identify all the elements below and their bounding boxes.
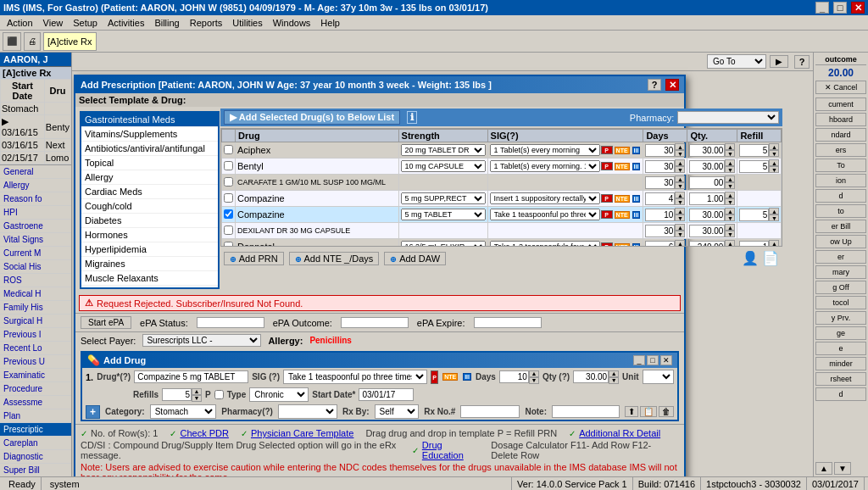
qty-down-1[interactable]: ▼ bbox=[725, 150, 735, 157]
refill-up-2[interactable]: ▲ bbox=[769, 159, 779, 166]
nte-icon-1[interactable]: NTE bbox=[615, 147, 630, 154]
nav-recent[interactable]: Recent Lo bbox=[0, 342, 71, 355]
refill-up-7[interactable]: ▲ bbox=[769, 240, 779, 247]
flag-red-7[interactable]: P bbox=[601, 242, 613, 247]
info-btn[interactable]: ℹ bbox=[407, 111, 417, 124]
drug-field-input[interactable] bbox=[134, 370, 248, 383]
menu-windows[interactable]: Windows bbox=[268, 15, 316, 30]
qty-field-up[interactable]: ▲ bbox=[609, 370, 619, 377]
nav-hpi[interactable]: HPI bbox=[0, 206, 71, 220]
days-input-1[interactable] bbox=[645, 144, 675, 157]
pharmacy-select[interactable] bbox=[677, 111, 779, 124]
days-input-5[interactable] bbox=[645, 209, 675, 221]
qty-field-input[interactable] bbox=[573, 370, 609, 383]
right-nav-to[interactable]: To bbox=[815, 159, 866, 172]
nav-procedure[interactable]: Procedure bbox=[0, 382, 71, 396]
right-nav-ion[interactable]: ion bbox=[815, 174, 866, 187]
nte-icon-7[interactable]: NTE bbox=[615, 243, 630, 248]
template-item-no-routine[interactable]: No Routine medications bbox=[81, 286, 218, 289]
template-item-hyperlipidemia[interactable]: Hyperlipidemia bbox=[81, 242, 218, 257]
days-down-2[interactable]: ▼ bbox=[675, 166, 685, 173]
sig-select-7[interactable]: Take 1-2 teaspoonfuls four times e bbox=[490, 241, 600, 247]
menu-billing[interactable]: Billing bbox=[149, 15, 184, 30]
drug-checkbox-4[interactable] bbox=[224, 193, 233, 203]
sig-flag-p[interactable]: P bbox=[431, 370, 438, 384]
rx-no-field-input[interactable] bbox=[460, 405, 520, 418]
add-prn-btn[interactable]: ⊕ Add PRN bbox=[224, 252, 284, 265]
template-item-muscle[interactable]: Muscle Relaxants bbox=[81, 271, 218, 286]
flag-red-2[interactable]: P bbox=[601, 162, 613, 170]
nav-surgical[interactable]: Surgical H bbox=[0, 315, 71, 328]
right-nav-to2[interactable]: to bbox=[815, 204, 866, 218]
template-item-cardiac[interactable]: Cardiac Meds bbox=[81, 185, 218, 199]
drug-checkbox-6[interactable] bbox=[224, 226, 233, 235]
nav-previous-i[interactable]: Previous I bbox=[0, 328, 71, 342]
person-icon[interactable]: 👤 bbox=[742, 250, 759, 266]
active-rx-btn[interactable]: [A]ctive Rx bbox=[43, 32, 97, 51]
right-nav-cument[interactable]: cument bbox=[815, 97, 866, 111]
document-icon[interactable]: 📄 bbox=[762, 250, 779, 266]
template-item-migraines[interactable]: Migraines bbox=[81, 257, 218, 271]
template-item-cough[interactable]: Cough/cold bbox=[81, 199, 218, 214]
dialog-close-btn[interactable]: ✕ bbox=[665, 79, 679, 91]
nav-family[interactable]: Family His bbox=[0, 301, 71, 315]
qty-input-4[interactable] bbox=[689, 192, 725, 205]
template-item-antibiotics[interactable]: Antibiotics/antiviral/antifungal bbox=[81, 142, 218, 156]
template-item-hormones[interactable]: Hormones bbox=[81, 228, 218, 242]
template-item-gastro[interactable]: Gastrointestinal Meds bbox=[81, 113, 218, 127]
nte-icon-4[interactable]: NTE bbox=[615, 195, 630, 203]
template-item-vitamins[interactable]: Vitamins/Supplements bbox=[81, 127, 218, 142]
menu-utilities[interactable]: Utilities bbox=[227, 15, 267, 30]
strength-select-5[interactable]: 5 mg TABLET bbox=[401, 209, 486, 220]
flag-red-1[interactable]: P bbox=[601, 146, 613, 154]
nav-gastro[interactable]: Gastroene bbox=[0, 220, 71, 233]
days-field-up[interactable]: ▲ bbox=[529, 370, 539, 377]
nav-ros[interactable]: ROS bbox=[0, 274, 71, 287]
days-down-3[interactable]: ▼ bbox=[675, 182, 685, 189]
go-to-btn[interactable]: ▶ bbox=[770, 55, 788, 68]
refills-field-up[interactable]: ▲ bbox=[192, 388, 202, 395]
days-input-7[interactable] bbox=[645, 241, 675, 248]
qty-up-6[interactable]: ▲ bbox=[725, 224, 735, 231]
menu-view[interactable]: View bbox=[38, 15, 69, 30]
refills-field-input[interactable] bbox=[162, 388, 192, 401]
strength-select-1[interactable]: 20 mg TABLET DR bbox=[401, 144, 486, 156]
refill-input-1[interactable] bbox=[739, 144, 769, 157]
right-nav-d[interactable]: d bbox=[815, 189, 866, 203]
qty-up-2[interactable]: ▲ bbox=[725, 159, 735, 166]
prn-icon-5[interactable]: III bbox=[632, 211, 641, 219]
start-epa-btn[interactable]: Start ePA bbox=[81, 316, 131, 329]
nav-assessment[interactable]: Assessme bbox=[0, 396, 71, 409]
right-nav-ge[interactable]: ge bbox=[815, 326, 866, 340]
right-nav-tocol[interactable]: tocol bbox=[815, 296, 866, 309]
menu-setup[interactable]: Setup bbox=[68, 15, 103, 30]
days-down-1[interactable]: ▼ bbox=[675, 150, 685, 157]
p-checkbox[interactable] bbox=[214, 390, 224, 399]
refill-up-1[interactable]: ▲ bbox=[769, 143, 779, 150]
refill-down-2[interactable]: ▼ bbox=[769, 166, 779, 173]
sig-select-1[interactable]: 1 Tablet(s) every morning bbox=[490, 144, 600, 156]
maximize-btn[interactable]: □ bbox=[833, 2, 847, 14]
right-nav-erbill[interactable]: er Bill bbox=[815, 220, 866, 233]
right-nav-up[interactable]: ▲ bbox=[815, 462, 832, 475]
type-field-select[interactable]: Chronic Acute bbox=[249, 387, 309, 402]
right-nav-rsheet[interactable]: rsheet bbox=[815, 372, 866, 386]
qty-input-1[interactable] bbox=[689, 144, 725, 157]
right-nav-er[interactable]: er bbox=[815, 250, 866, 264]
right-btn-cancel[interactable]: ✕ Cancel bbox=[815, 81, 866, 94]
menu-action[interactable]: Action bbox=[2, 15, 38, 30]
qty-input-7[interactable] bbox=[689, 241, 725, 248]
days-input-3[interactable] bbox=[645, 176, 675, 189]
qty-input-2[interactable] bbox=[689, 160, 725, 173]
qty-down-5[interactable]: ▼ bbox=[725, 214, 735, 221]
menu-help[interactable]: Help bbox=[315, 15, 345, 30]
check-pdr-link[interactable]: Check PDR bbox=[180, 428, 228, 438]
add-drug-minimize[interactable]: _ bbox=[633, 355, 645, 365]
right-nav-minder[interactable]: minder bbox=[815, 357, 866, 370]
note-field-input[interactable] bbox=[552, 405, 620, 418]
add-category-btn[interactable]: + bbox=[86, 405, 100, 419]
right-nav-d2[interactable]: d bbox=[815, 387, 866, 401]
strength-select-4[interactable]: 5 mg SUPP,RECT bbox=[401, 192, 486, 204]
drug-edu-link[interactable]: Drug Education bbox=[422, 440, 480, 460]
days-down-5[interactable]: ▼ bbox=[675, 214, 685, 221]
